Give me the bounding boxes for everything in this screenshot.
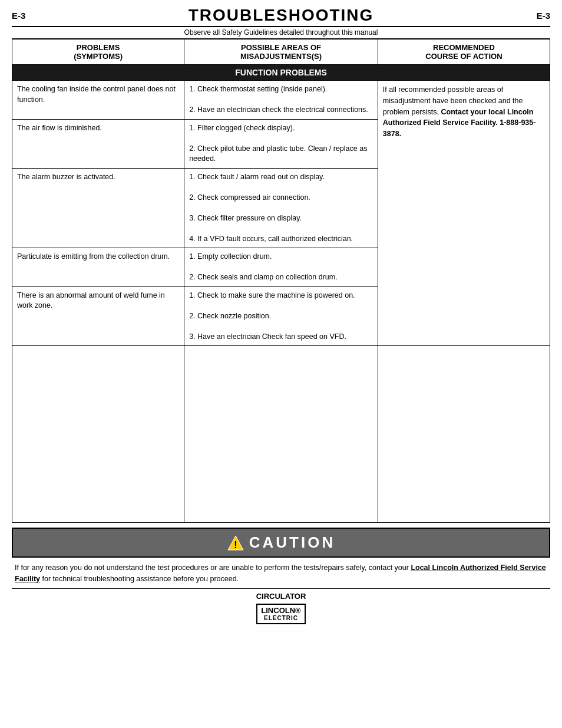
lincoln-logo: LINCOLN® ELECTRIC	[256, 604, 305, 625]
section-header-row: FUNCTION PROBLEMS	[12, 65, 550, 81]
lincoln-logo-sub: ELECTRIC	[261, 615, 300, 622]
table-header-row: PROBLEMS(SYMPTOMS) POSSIBLE AREAS OFMISA…	[12, 39, 550, 65]
recommended-text: If all recommended possible areas of mis…	[383, 84, 545, 140]
problem-cell-2: The air flow is diminished.	[12, 119, 184, 168]
section-header-cell: FUNCTION PROBLEMS	[12, 65, 550, 81]
caution-text-part2: for technical troubleshooting assistance…	[40, 575, 239, 583]
possible-cell-3: 1. Check fault / alarm read out on displ…	[184, 168, 378, 248]
empty-space-row	[12, 346, 550, 523]
empty-cell-3	[378, 346, 550, 523]
footer-product: CIRCULATOR	[12, 592, 550, 601]
caution-triangle-icon: !	[227, 535, 244, 551]
caution-label: CAUTION	[249, 533, 335, 552]
footer: CIRCULATOR LINCOLN® ELECTRIC	[12, 592, 550, 625]
page-id-right: E-3	[537, 11, 550, 21]
empty-cell-1	[12, 346, 184, 523]
problem-cell-5: There is an abnormal amount of weld fume…	[12, 286, 184, 346]
page-header: E-3 TROUBLESHOOTING E-3	[12, 6, 550, 27]
possible-cell-2: 1. Filter clogged (check display). 2. Ch…	[184, 119, 378, 168]
svg-text:!: !	[234, 540, 237, 550]
caution-icon: !	[227, 535, 243, 551]
possible-cell-4: 1. Empty collection drum. 2. Check seals…	[184, 248, 378, 287]
col-possible-header: POSSIBLE AREAS OFMISADJUSTMENTS(S)	[184, 39, 378, 65]
caution-text: If for any reason you do not understand …	[12, 561, 550, 589]
lincoln-logo-name: LINCOLN®	[261, 606, 300, 615]
caution-section: ! CAUTION	[12, 528, 550, 558]
page-id-left: E-3	[12, 11, 25, 21]
problem-cell-4: Particulate is emitting from the collect…	[12, 248, 184, 287]
possible-cell-1: 1. Check thermostat setting (inside pane…	[184, 81, 378, 120]
caution-text-part1: If for any reason you do not understand …	[15, 564, 411, 572]
problem-cell-3: The alarm buzzer is activated.	[12, 168, 184, 248]
safety-note: Observe all Safety Guidelines detailed t…	[12, 28, 550, 39]
empty-cell-2	[184, 346, 378, 523]
problem-cell-1: The cooling fan inside the control panel…	[12, 81, 184, 120]
page-title: TROUBLESHOOTING	[189, 6, 374, 25]
col-recommended-header: RECOMMENDEDCOURSE OF ACTION	[378, 39, 550, 65]
troubleshooting-table: PROBLEMS(SYMPTOMS) POSSIBLE AREAS OFMISA…	[12, 39, 550, 523]
possible-cell-5: 1. Check to make sure the machine is pow…	[184, 286, 378, 346]
recommended-cell: If all recommended possible areas of mis…	[378, 81, 550, 346]
table-row: The cooling fan inside the control panel…	[12, 81, 550, 120]
col-problems-header: PROBLEMS(SYMPTOMS)	[12, 39, 184, 65]
